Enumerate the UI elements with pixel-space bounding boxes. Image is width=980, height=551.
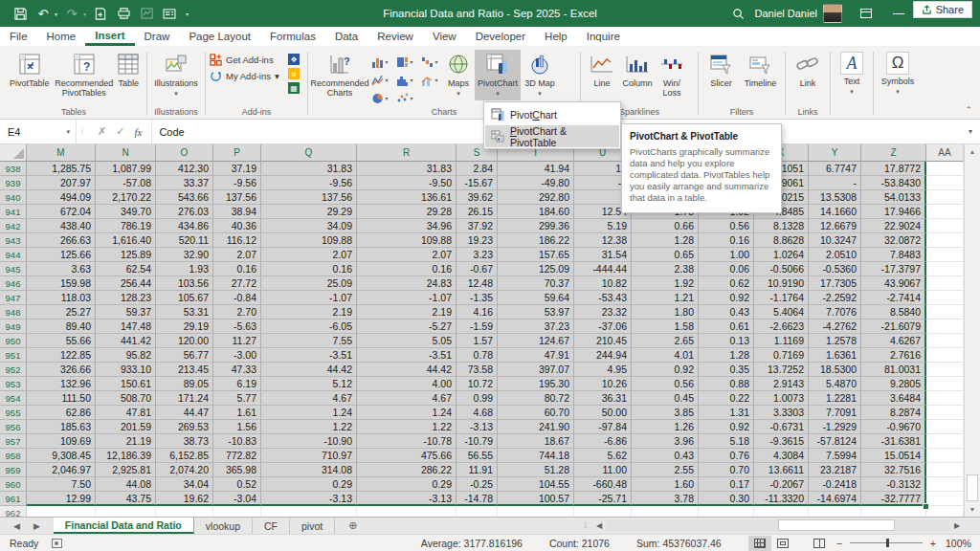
cell[interactable]: 39.62 [457, 190, 498, 205]
cell[interactable]: 95.82 [96, 348, 156, 363]
cell[interactable] [926, 190, 964, 205]
row-header-961[interactable]: 961 [0, 492, 27, 506]
cell[interactable]: 29.19 [156, 320, 213, 334]
cell[interactable]: 269.53 [156, 420, 213, 434]
cell[interactable]: 4.68 [457, 406, 498, 420]
cell[interactable]: 10.82 [574, 276, 632, 291]
cell[interactable]: -10.83 [213, 434, 261, 449]
cell[interactable] [926, 262, 964, 276]
cell[interactable]: 0.29 [261, 477, 357, 492]
cell[interactable]: 1.22 [261, 420, 357, 434]
cell[interactable]: 105.67 [156, 291, 213, 305]
row-header-951[interactable]: 951 [0, 348, 27, 363]
cell[interactable]: 1.28 [632, 233, 699, 248]
row-header-958[interactable]: 958 [0, 449, 27, 463]
cell[interactable]: 56.77 [156, 348, 213, 363]
cell[interactable]: 314.08 [261, 463, 357, 477]
cell[interactable]: 109.69 [27, 434, 96, 449]
cell[interactable]: -3.51 [261, 348, 357, 363]
cell[interactable] [574, 506, 632, 517]
fill-handle[interactable] [923, 503, 929, 510]
cell[interactable] [632, 506, 699, 517]
cell[interactable]: -57.08 [96, 176, 156, 190]
recommended-charts-button[interactable]: ? Recommended Charts [312, 50, 368, 99]
share-button[interactable]: Share [913, 1, 972, 18]
cell[interactable]: 11.27 [213, 334, 261, 348]
cell[interactable]: 0.35 [699, 363, 754, 377]
cell[interactable]: 365.98 [213, 463, 261, 477]
cell[interactable]: -37.06 [574, 320, 632, 334]
cell[interactable]: 128.23 [96, 291, 156, 305]
cell[interactable]: 44.47 [156, 406, 213, 420]
cell[interactable]: -14.78 [457, 492, 498, 506]
cell[interactable]: 111.50 [27, 391, 96, 406]
cell[interactable]: 11.00 [574, 463, 632, 477]
cell[interactable]: -11.3320 [754, 492, 809, 506]
cell[interactable]: 29.28 [357, 205, 457, 219]
cell[interactable]: -2.6623 [754, 320, 809, 334]
cell[interactable]: 0.65 [632, 248, 699, 262]
status-sum[interactable]: Sum: 45376037.46 [636, 538, 722, 549]
cell[interactable]: 33.37 [156, 176, 213, 190]
page-break-view-button[interactable] [808, 536, 831, 551]
cell[interactable]: 1.0073 [754, 391, 809, 406]
cell[interactable]: 0.61 [699, 320, 754, 334]
cell[interactable]: 349.70 [96, 205, 156, 219]
column-header-P[interactable]: P [213, 144, 261, 162]
cell[interactable]: 933.10 [96, 363, 156, 377]
cell[interactable]: 441.42 [96, 334, 156, 348]
cell[interactable]: -25.71 [574, 492, 632, 506]
cell[interactable]: 62.86 [27, 406, 96, 420]
row-header-952[interactable]: 952 [0, 363, 27, 377]
scroll-down-icon[interactable]: ▼ [965, 502, 980, 517]
cell[interactable]: 37.23 [498, 320, 574, 334]
cell[interactable]: 37.19 [213, 162, 261, 176]
cell[interactable]: 4.95 [574, 363, 632, 377]
cell[interactable]: 0.92 [699, 420, 754, 434]
save-icon[interactable] [11, 5, 29, 22]
tab-inquire[interactable]: Inquire [577, 27, 630, 46]
cell[interactable]: -57.8124 [809, 434, 861, 449]
cell[interactable]: 0.16 [261, 262, 357, 276]
cell[interactable] [156, 506, 213, 517]
cell[interactable]: 56.55 [457, 449, 498, 463]
cell[interactable]: 32.0872 [861, 233, 926, 248]
cell[interactable]: -2.2592 [809, 291, 861, 305]
cell[interactable]: 104.55 [498, 477, 574, 492]
cell[interactable]: -14.6974 [809, 492, 861, 506]
cell[interactable]: 47.33 [213, 363, 261, 377]
cell[interactable]: 475.66 [357, 449, 457, 463]
cell[interactable]: 44.42 [261, 363, 357, 377]
page-layout-view-button[interactable] [771, 536, 794, 551]
cell[interactable]: 132.96 [27, 377, 96, 391]
cell[interactable]: 34.09 [261, 219, 357, 233]
cell[interactable] [926, 434, 964, 449]
cell[interactable]: -3.13 [261, 492, 357, 506]
cell[interactable]: 25.09 [261, 276, 357, 291]
cell[interactable]: 100.57 [498, 492, 574, 506]
cell[interactable]: 434.86 [156, 219, 213, 233]
cell[interactable]: 1.6361 [809, 348, 861, 363]
cell[interactable]: 772.82 [213, 449, 261, 463]
cell[interactable] [926, 248, 964, 262]
link-button[interactable]: Link [790, 50, 826, 90]
cell[interactable]: 494.09 [27, 190, 96, 205]
cell[interactable]: 50.00 [574, 406, 632, 420]
new-sheet-button[interactable]: ⊕ [335, 518, 370, 534]
row-header-954[interactable]: 954 [0, 391, 27, 406]
cell[interactable]: 543.66 [156, 190, 213, 205]
cell[interactable]: -5.27 [357, 320, 457, 334]
zoom-slider[interactable] [850, 542, 923, 543]
row-header-942[interactable]: 942 [0, 219, 27, 233]
tab-home[interactable]: Home [37, 27, 86, 46]
cell[interactable]: 210.45 [574, 334, 632, 348]
column-header-O[interactable]: O [156, 144, 213, 162]
cell[interactable]: 13.6611 [754, 463, 809, 477]
zoom-slider-thumb[interactable] [886, 539, 889, 547]
cell[interactable]: 1.24 [261, 406, 357, 420]
cell[interactable]: 2,170.22 [96, 190, 156, 205]
cell[interactable]: 14.1660 [809, 205, 861, 219]
row-header-949[interactable]: 949 [0, 320, 27, 334]
cell[interactable]: -1.1764 [754, 291, 809, 305]
cell[interactable]: 18.67 [498, 434, 574, 449]
